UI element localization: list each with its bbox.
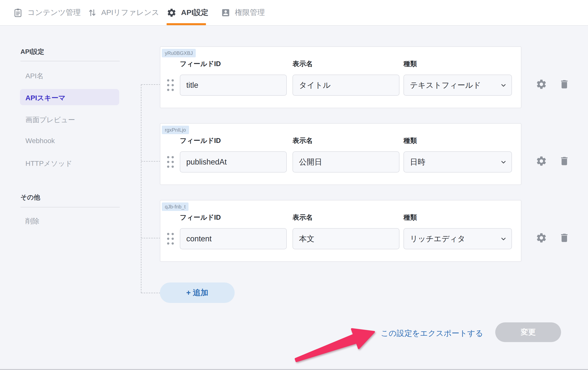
save-changes-button[interactable]: 変更 [495,322,561,342]
sidebar-divider [20,207,120,207]
active-tab-underline [167,23,206,25]
display-name-label: 表示名 [293,59,313,68]
kind-select[interactable]: リッチエディタ [403,228,512,249]
top-navigation: コンテンツ管理 APIリファレンス API設定 権限管理 [0,0,588,26]
field-id-label: フィールドID [180,213,221,222]
connector-line-branch [141,84,160,85]
display-name-input[interactable] [293,228,399,249]
connector-line-branch [141,238,160,238]
add-field-button[interactable]: + 追加 [160,282,235,303]
connector-line-vertical [141,85,141,293]
schema-field-row: rgxPnILjo フィールドID 表示名 種類 日時 [160,123,588,185]
tab-api-reference[interactable]: APIリファレンス [88,0,159,25]
tab-label: 権限管理 [235,7,265,18]
display-name-input[interactable] [293,75,399,96]
chevron-down-icon [500,159,507,166]
sidebar-item-webhook[interactable]: Webhook [25,137,55,145]
trash-icon [559,79,570,90]
field-settings-button[interactable] [535,79,547,91]
field-id-column: フィールドID [180,200,287,262]
display-name-label: 表示名 [293,213,313,222]
sidebar-item-screen-preview[interactable]: 画面プレビュー [25,115,75,125]
kind-select[interactable]: 日時 [403,151,512,173]
kind-select-value: テキストフィールド [410,80,481,91]
field-id-column: フィールドID [180,124,287,185]
clipboard-icon [13,8,23,18]
field-card: yRu0BGXBJ フィールドID 表示名 種類 テキストフィールド [160,46,521,108]
kind-label: 種類 [403,59,417,68]
trash-icon [559,156,570,167]
field-delete-button[interactable] [558,79,570,91]
tab-api-settings[interactable]: API設定 [167,0,208,25]
display-name-label: 表示名 [293,136,313,145]
display-name-column: 表示名 [293,47,399,109]
sidebar-item-api-name[interactable]: API名 [25,71,44,81]
field-settings-button[interactable] [535,155,547,167]
chevron-down-icon [500,82,507,89]
drag-handle-icon[interactable] [166,154,175,170]
field-id-input[interactable] [180,75,287,96]
trash-icon [559,232,570,243]
sidebar-section-title: その他 [20,193,40,202]
drag-handle-icon[interactable] [166,231,175,247]
field-id-input[interactable] [180,228,287,249]
drag-handle-icon[interactable] [166,77,175,93]
window-bottom-edge [0,369,588,370]
connector-line-branch [141,293,160,293]
gear-icon [536,155,547,167]
user-badge-icon [221,8,230,17]
field-id-input[interactable] [180,151,287,173]
kind-select[interactable]: テキストフィールド [403,75,512,96]
display-name-input[interactable] [293,151,399,173]
tab-label: コンテンツ管理 [27,7,81,18]
gear-icon [536,79,547,90]
field-delete-button[interactable] [558,155,570,167]
kind-select-value: 日時 [410,157,425,167]
tab-label: APIリファレンス [101,7,159,18]
export-settings-link[interactable]: この設定をエクスポートする [381,328,483,339]
tab-content-management[interactable]: コンテンツ管理 [13,0,81,25]
field-id-label: フィールドID [180,59,221,68]
sidebar-section-title: API設定 [20,47,44,56]
field-card: rgxPnILjo フィールドID 表示名 種類 日時 [160,123,521,185]
connector-line-branch [141,161,160,162]
kind-column: 種類 リッチエディタ [403,200,512,262]
schema-field-row: qJb-fnb_t フィールドID 表示名 種類 リッチエディタ [160,200,588,262]
kind-column: 種類 テキストフィールド [403,47,512,109]
chevron-down-icon [500,235,507,242]
field-card: qJb-fnb_t フィールドID 表示名 種類 リッチエディタ [160,200,521,262]
field-id-label: フィールドID [180,136,221,145]
display-name-column: 表示名 [293,124,399,185]
gear-icon [536,232,547,244]
schema-field-row: yRu0BGXBJ フィールドID 表示名 種類 テキストフィールド [160,46,588,108]
display-name-column: 表示名 [293,200,399,262]
kind-label: 種類 [403,213,417,222]
kind-column: 種類 日時 [403,124,512,185]
field-settings-button[interactable] [535,232,547,244]
sidebar-item-api-schema[interactable]: APIスキーマ [25,93,66,103]
kind-select-value: リッチエディタ [410,234,465,244]
sidebar-divider [20,61,120,61]
sidebar-item-delete[interactable]: 削除 [25,216,39,226]
field-id-column: フィールドID [180,47,287,109]
arrows-up-down-icon [88,8,97,17]
sidebar-item-http-method[interactable]: HTTPメソッド [25,159,72,168]
gear-icon [167,8,177,18]
tab-label: API設定 [181,7,208,18]
tab-permission-management[interactable]: 権限管理 [221,0,265,25]
kind-label: 種類 [403,136,417,145]
field-delete-button[interactable] [558,232,570,244]
